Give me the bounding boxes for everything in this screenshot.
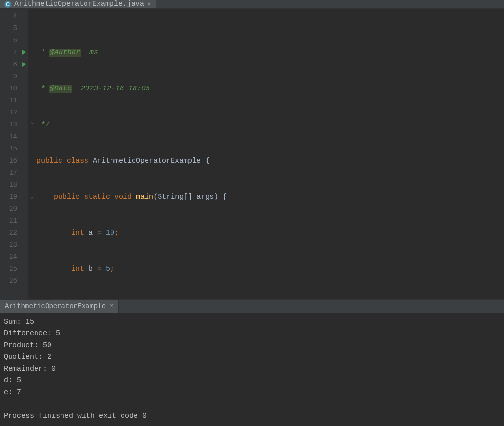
line-number: 7 xyxy=(0,47,28,59)
line-number: 12 xyxy=(0,107,28,119)
run-tabbar: ArithmeticOperatorExample × xyxy=(0,300,504,313)
fold-icon[interactable]: ⌃ xyxy=(29,119,35,131)
line-number: 17 xyxy=(0,167,28,179)
line-number: 6 xyxy=(0,35,28,47)
run-tab-title: ArithmeticOperatorExample xyxy=(5,302,106,310)
line-number: 22 xyxy=(0,227,28,239)
fold-icon[interactable]: ⌄ xyxy=(29,191,35,203)
close-icon[interactable]: × xyxy=(110,302,113,310)
editor-tab-title: ArithmeticOperatorExample.java xyxy=(14,0,144,8)
svg-text:C: C xyxy=(6,1,10,7)
code-content[interactable]: * @Author ms * @Date 2023-12-16 18:05 ⌃ … xyxy=(28,9,504,300)
line-number: 18 xyxy=(0,179,28,191)
line-number: 25 xyxy=(0,263,28,275)
line-number: 20 xyxy=(0,203,28,215)
current-line xyxy=(28,299,504,300)
line-number: 5 xyxy=(0,23,28,35)
editor-tab-active[interactable]: C ArithmeticOperatorExample.java × xyxy=(0,0,156,8)
line-number: 19 xyxy=(0,191,28,203)
close-icon[interactable]: × xyxy=(147,0,151,8)
java-class-icon: C xyxy=(4,0,12,8)
line-number: 23 xyxy=(0,239,28,251)
line-number: 15 xyxy=(0,143,28,155)
run-tab-active[interactable]: ArithmeticOperatorExample × xyxy=(0,300,119,313)
line-number: 8 xyxy=(0,59,28,71)
code-editor[interactable]: 4567891011121314151617181920212223242526… xyxy=(0,9,504,300)
line-number: 11 xyxy=(0,95,28,107)
line-number: 21 xyxy=(0,215,28,227)
line-number: 13 xyxy=(0,119,28,131)
line-number: 14 xyxy=(0,131,28,143)
console-output[interactable]: Sum: 15 Difference: 5 Product: 50 Quotie… xyxy=(0,313,504,426)
line-number: 10 xyxy=(0,83,28,95)
line-number: 4 xyxy=(0,11,28,23)
line-number: 16 xyxy=(0,155,28,167)
line-number: 26 xyxy=(0,275,28,287)
run-tool-window: ArithmeticOperatorExample × Sum: 15 Diff… xyxy=(0,300,504,426)
line-number: 9 xyxy=(0,71,28,83)
gutter: 4567891011121314151617181920212223242526 xyxy=(0,9,28,300)
editor-tabbar: C ArithmeticOperatorExample.java × xyxy=(0,0,504,9)
line-number: 24 xyxy=(0,251,28,263)
